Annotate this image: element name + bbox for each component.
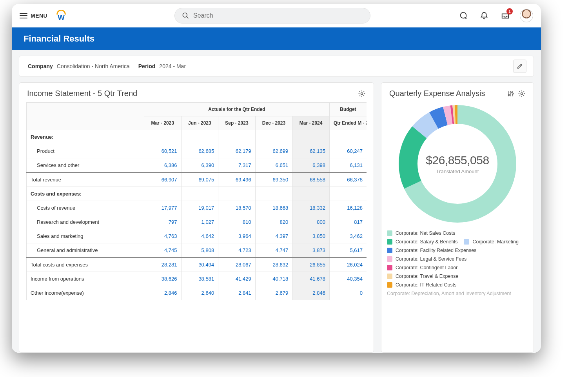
edit-filters-button[interactable] [513,60,526,73]
chat-button[interactable] [456,9,470,22]
data-cell[interactable]: 66,907 [144,172,181,187]
data-cell[interactable]: 4,723 [218,243,256,258]
data-cell[interactable]: 60,521 [144,144,181,158]
data-cell[interactable]: 40,718 [255,272,292,286]
data-cell[interactable]: 3,462 [329,229,367,243]
workday-logo[interactable]: W [55,10,67,22]
data-cell[interactable]: 4,763 [144,229,181,243]
data-cell[interactable]: 6,651 [255,158,292,173]
data-cell[interactable]: 4,642 [181,229,218,243]
row-label: Product [27,144,144,158]
data-cell[interactable]: 18,668 [255,201,292,215]
data-cell[interactable]: 69,496 [218,172,256,187]
data-cell[interactable]: 3,850 [292,229,330,243]
data-cell[interactable]: 6,398 [292,158,330,173]
filter-period-value: 2024 - Mar [159,63,186,69]
data-cell[interactable]: 38,581 [181,272,218,286]
data-cell[interactable]: 41,429 [218,272,256,286]
data-cell[interactable]: 69,075 [181,172,218,187]
data-cell[interactable]: 38,626 [144,272,181,286]
notifications-button[interactable] [477,9,491,22]
data-cell[interactable]: 69,350 [255,172,292,187]
table-column-header: Mar - 2023 [144,116,181,130]
data-cell[interactable]: 4,745 [144,243,181,258]
data-cell[interactable]: 3,873 [292,243,330,258]
data-cell[interactable]: 19,017 [181,201,218,215]
legend-item[interactable]: Corporate: Facility Related Expenses [387,248,476,253]
data-cell[interactable]: 18,570 [218,201,256,215]
data-cell[interactable]: 30,494 [181,257,218,272]
data-cell[interactable]: 5,617 [329,243,367,258]
gear-icon [358,90,366,98]
data-cell[interactable]: 797 [144,215,181,229]
data-cell[interactable]: 62,699 [255,144,292,158]
data-cell[interactable]: 16,128 [329,201,367,215]
svg-text:W: W [58,13,65,22]
data-cell[interactable]: 810 [218,215,256,229]
legend-label: Corporate: Legal & Service Fees [396,256,466,262]
data-cell[interactable]: 28,281 [144,257,181,272]
row-label: Total costs and expenses [27,257,144,272]
data-cell[interactable]: 2,846 [144,286,181,300]
data-cell[interactable]: 68,558 [292,172,330,187]
legend-item[interactable]: Corporate: Marketing [464,239,518,245]
data-cell[interactable]: 2,640 [181,286,218,300]
chart-config-button[interactable] [507,90,515,98]
data-cell[interactable]: 2,679 [255,286,292,300]
data-cell[interactable]: 26,855 [292,257,330,272]
user-avatar[interactable] [520,9,533,22]
data-cell[interactable]: 28,632 [255,257,292,272]
row-label: Research and development [27,215,144,229]
legend-label: Corporate: Contingent Labor [396,265,457,270]
row-label: Costs and expenses: [27,187,144,201]
data-cell[interactable]: 7,317 [218,158,256,173]
data-cell[interactable]: 6,386 [144,158,181,173]
legend-item[interactable]: Corporate: Net Sales Costs [387,230,455,236]
data-cell[interactable]: 820 [255,215,292,229]
data-cell[interactable]: 817 [329,215,367,229]
data-cell[interactable]: 60,247 [329,144,367,158]
data-cell[interactable]: 41,678 [292,272,330,286]
data-cell[interactable]: 6,390 [181,158,218,173]
data-cell[interactable]: 800 [292,215,330,229]
search-input[interactable] [193,12,363,19]
gear-icon [518,90,526,98]
expense-donut-chart[interactable]: $26,855,058 Translated Amount [399,105,516,223]
donut-center-value: $26,855,058 [426,154,489,167]
income-statement-table: Actuals for the Qtr EndedBudgetMar - 202… [26,102,367,300]
menu-button[interactable]: MENU [20,13,47,19]
legend-item[interactable]: Corporate: Salary & Benefits [387,239,457,245]
legend-item[interactable]: Corporate: Legal & Service Fees [387,256,466,262]
data-cell[interactable]: 2,846 [292,286,330,300]
data-cell[interactable]: 18,332 [292,201,330,215]
inbox-badge: 1 [506,8,513,14]
svg-point-5 [521,92,523,94]
svg-point-2 [508,94,509,95]
global-search[interactable] [174,8,370,24]
card-settings-button[interactable] [358,90,366,98]
chart-settings-button[interactable] [518,90,526,98]
data-cell[interactable]: 4,397 [255,229,292,243]
data-cell[interactable]: 6,131 [329,158,367,173]
legend-swatch [387,274,392,279]
data-cell[interactable]: 5,808 [181,243,218,258]
data-cell[interactable]: 17,977 [144,201,181,215]
legend-item[interactable]: Corporate: IT Related Costs [387,282,456,288]
data-cell[interactable]: 62,685 [181,144,218,158]
data-cell[interactable]: 1,027 [181,215,218,229]
data-cell[interactable]: 62,135 [292,144,330,158]
data-cell[interactable]: 66,378 [329,172,367,187]
data-cell[interactable]: 0 [329,286,367,300]
data-cell[interactable]: 26,024 [329,257,367,272]
legend-item[interactable]: Corporate: Contingent Labor [387,265,457,270]
data-cell[interactable]: 3,964 [218,229,256,243]
data-cell[interactable]: 2,841 [218,286,256,300]
legend-item[interactable]: Corporate: Travel & Expense [387,274,459,279]
data-cell[interactable]: 40,354 [329,272,367,286]
data-cell[interactable]: 62,179 [218,144,256,158]
data-cell[interactable]: 4,747 [255,243,292,258]
inbox-button[interactable]: 1 [499,9,512,22]
table-row: Revenue: [27,130,367,144]
legend-label: Corporate: IT Related Costs [396,282,456,288]
data-cell[interactable]: 28,067 [218,257,256,272]
